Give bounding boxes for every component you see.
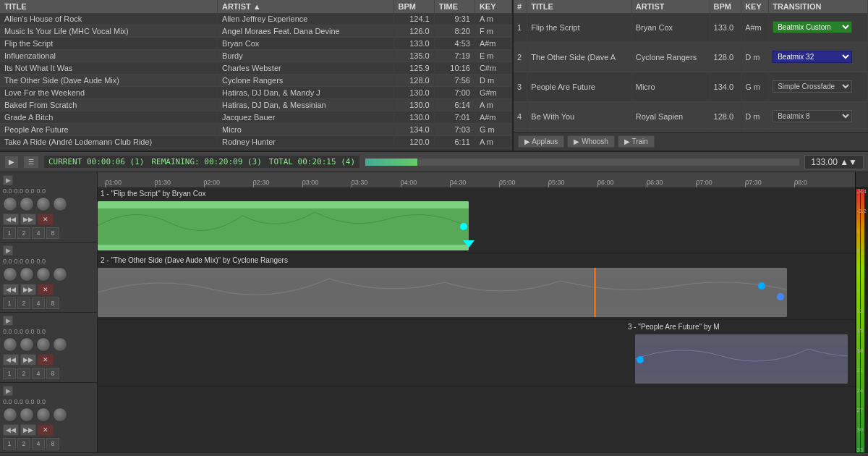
pl-transition[interactable]: Beatmix Custom — [769, 13, 868, 42]
train-button[interactable]: ▶ Train — [618, 135, 655, 148]
pl-col-key[interactable]: KEY — [741, 0, 769, 13]
playlist-row[interactable]: 4 Be With You Royal Sapien 128.0 D m Bea… — [514, 101, 868, 131]
fwd-btn-1[interactable]: ▶▶ — [20, 214, 36, 225]
pl-col-transition[interactable]: TRANSITION — [769, 0, 868, 13]
num-btn-4b[interactable]: 2 — [17, 438, 30, 449]
lib-artist: Allen Jeffrey Experience — [217, 13, 393, 25]
playlist-row[interactable]: 2 The Other Side (Dave A Cyclone Rangers… — [514, 42, 868, 72]
knob-2a[interactable] — [3, 267, 17, 282]
knob-4c[interactable] — [36, 408, 51, 422]
knob-1b[interactable] — [20, 197, 34, 211]
knob-3a[interactable] — [3, 337, 17, 352]
whoosh-button[interactable]: ▶ Whoosh — [567, 135, 614, 148]
num-btn-2b[interactable]: 2 — [17, 297, 30, 309]
lib-title: The Other Side (Dave Aude Mix) — [0, 75, 217, 87]
stop-btn-2[interactable]: ✕ — [38, 284, 54, 295]
library-row[interactable]: Baked From Scratch Hatiras, DJ Dan, & Me… — [0, 99, 512, 111]
pl-transition[interactable]: Beatmix 8 — [769, 101, 868, 131]
track-lane-1[interactable]: 1 - "Flip the Script" by Bryan Cox — [98, 188, 855, 253]
rew-btn-1[interactable]: ◀◀ — [3, 214, 19, 225]
num-btn-3d[interactable]: 8 — [46, 368, 59, 379]
rew-btn-3[interactable]: ◀◀ — [3, 354, 19, 366]
play-button[interactable]: ▶ — [4, 156, 19, 169]
knob-4b[interactable] — [20, 408, 34, 422]
list-icon[interactable]: ☰ — [23, 156, 39, 169]
pl-transition[interactable]: Simple Crossfade — [769, 72, 868, 101]
ruler-tick: 08:0 — [794, 179, 807, 186]
col-header-artist[interactable]: ARTIST ▲ — [217, 0, 393, 13]
knob-1c[interactable] — [36, 197, 51, 211]
stop-btn-1[interactable]: ✕ — [38, 214, 54, 225]
library-row[interactable]: Flip the Script Bryan Cox 133.0 4:53 A#m — [0, 38, 512, 50]
library-row[interactable]: Influenzational Burdy 135.0 7:19 E m — [0, 50, 512, 62]
timeline-area[interactable]: 01:0001:3002:0002:3003:0003:3004:0004:30… — [98, 172, 855, 453]
library-row[interactable]: Music Is Your Life (MHC Vocal Mix) Angel… — [0, 25, 512, 38]
transition-select[interactable]: Beatmix 32 — [773, 51, 852, 63]
num-btn-3c[interactable]: 4 — [32, 368, 45, 379]
knob-2c[interactable] — [36, 267, 51, 282]
stop-btn-3[interactable]: ✕ — [38, 354, 54, 366]
knob-4d[interactable] — [53, 408, 67, 422]
knob-1a[interactable] — [3, 197, 17, 211]
fwd-btn-4[interactable]: ▶▶ — [20, 424, 36, 436]
track-lane-2[interactable]: 2 - "The Other Side (Dave Aude Mix)" by … — [98, 255, 855, 320]
fwd-btn-3[interactable]: ▶▶ — [20, 354, 36, 366]
pl-col-title[interactable]: TITLE — [527, 0, 631, 13]
stop-btn-4[interactable]: ✕ — [38, 424, 54, 436]
num-btn-4c[interactable]: 4 — [32, 438, 45, 449]
knob-3c[interactable] — [36, 337, 51, 352]
knob-3b[interactable] — [20, 337, 34, 352]
transition-select[interactable]: Beatmix 8 — [773, 110, 852, 122]
col-header-bpm[interactable]: BPM — [393, 0, 434, 13]
transition-select[interactable]: Simple Crossfade — [773, 80, 852, 93]
knob-2b[interactable] — [20, 267, 34, 282]
col-header-title[interactable]: TITLE — [0, 0, 217, 13]
lib-time: 9:31 — [434, 13, 475, 25]
pl-title: People Are Future — [527, 72, 631, 101]
rew-btn-2[interactable]: ◀◀ — [3, 284, 19, 295]
knob-3d[interactable] — [53, 337, 67, 352]
library-row[interactable]: Love For the Weekend Hatiras, DJ Dan, & … — [0, 87, 512, 99]
num-btn-1d[interactable]: 8 — [46, 227, 59, 239]
svg-rect-1 — [98, 208, 469, 245]
pl-col-bpm[interactable]: BPM — [710, 0, 741, 13]
library-row[interactable]: People Are Future Micro 134.0 7:03 G m — [0, 124, 512, 136]
num-btn-2d[interactable]: 8 — [46, 297, 59, 309]
library-row[interactable]: Allen's House of Rock Allen Jeffrey Expe… — [0, 13, 512, 25]
col-header-time[interactable]: TIME — [434, 0, 475, 13]
num-btn-3b[interactable]: 2 — [17, 368, 30, 379]
playlist-row[interactable]: 3 People Are Future Micro 134.0 G m Simp… — [514, 72, 868, 101]
knob-1d[interactable] — [53, 197, 67, 211]
num-btn-4a[interactable]: 1 — [3, 438, 16, 449]
library-row[interactable]: Its Not What It Was Charles Webster 125.… — [0, 62, 512, 75]
progress-bar[interactable] — [365, 158, 800, 166]
cue-point-2b[interactable] — [777, 293, 784, 300]
pl-transition[interactable]: Beatmix 32 — [769, 42, 868, 72]
num-btn-2c[interactable]: 4 — [32, 297, 45, 309]
rew-btn-4[interactable]: ◀◀ — [3, 424, 19, 436]
applaus-button[interactable]: ▶ Applaus — [518, 135, 564, 148]
ruler-tick: 06:00 — [597, 179, 614, 186]
num-btn-4d[interactable]: 8 — [46, 438, 59, 449]
fwd-btn-2[interactable]: ▶▶ — [20, 284, 36, 295]
knob-2d[interactable] — [53, 267, 67, 282]
num-btn-1b[interactable]: 2 — [17, 227, 30, 239]
pl-col-artist[interactable]: ARTIST — [631, 0, 710, 13]
library-row[interactable]: Grade A Bitch Jacquez Bauer 130.0 7:01 A… — [0, 111, 512, 124]
lib-bpm: 130.0 — [393, 99, 434, 111]
num-btn-1c[interactable]: 4 — [32, 227, 45, 239]
num-btn-1a[interactable]: 1 — [3, 227, 16, 239]
transition-select[interactable]: Beatmix Custom — [773, 21, 852, 33]
library-row[interactable]: The Other Side (Dave Aude Mix) Cyclone R… — [0, 75, 512, 87]
num-btn-3a[interactable]: 1 — [3, 368, 16, 379]
playlist-row[interactable]: 1 Flip the Script Bryan Cox 133.0 A#m Be… — [514, 13, 868, 42]
track-lane-3[interactable]: 3 - "People Are Future" by M — [98, 321, 855, 387]
pl-key: D m — [741, 42, 769, 72]
knob-4a[interactable] — [3, 408, 17, 422]
cue-point-1[interactable] — [460, 223, 467, 230]
col-header-key[interactable]: KEY — [475, 0, 511, 13]
cue-point-2[interactable] — [758, 282, 765, 290]
num-btn-2a[interactable]: 1 — [3, 297, 16, 309]
pl-bpm: 134.0 — [710, 72, 741, 101]
library-row[interactable]: Take A Ride (André Lodemann Club Ride) R… — [0, 136, 512, 148]
